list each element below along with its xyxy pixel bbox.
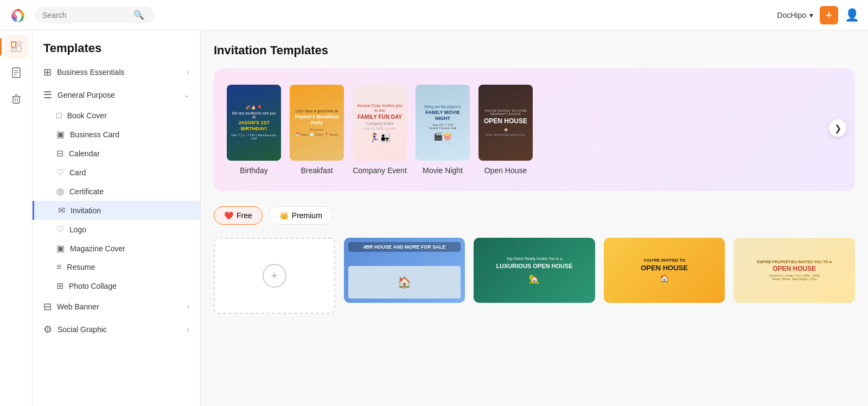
company-event-label: Company Event	[353, 166, 407, 175]
sidebar-item-invitation[interactable]: ✉ Invitation	[33, 201, 200, 220]
chevron-right-icon: ›	[187, 68, 189, 76]
sidebar-item-web-banner[interactable]: ⊟ Web Banner ›	[33, 295, 200, 318]
template-card-house-4[interactable]: EMPIRE PROPERTIES INVITES YOU TO A OPEN …	[733, 238, 855, 303]
movie-night-label: Movie Night	[416, 166, 470, 175]
filter-bar: ❤️ Free 👑 Premium	[214, 206, 855, 225]
sidebar-label-business-essentials: Business Essentials	[57, 68, 125, 77]
featured-cards-container: 🎉 🎂 🎈 We are excited to see you at JASON…	[227, 85, 842, 175]
filter-free-button[interactable]: ❤️ Free	[214, 206, 263, 225]
sidebar-label-general-purpose: General Purpose	[58, 91, 115, 99]
social-graphic-arrow-icon: ›	[187, 326, 189, 333]
invitation-icon: ✉	[58, 205, 65, 215]
calendar-icon: ⊟	[56, 148, 63, 158]
web-banner-arrow-icon: ›	[187, 303, 189, 310]
nav-templates[interactable]	[4, 35, 28, 59]
template-card-house-3[interactable]: YOU'RE INVITED TO OPEN HOUSE 🏠	[604, 238, 725, 303]
user-icon[interactable]: 👤	[845, 8, 859, 22]
logo-icon: ♡	[56, 224, 64, 234]
heart-icon: ❤️	[224, 211, 233, 220]
featured-card-company-event[interactable]: Aurora Corp invites you to the FAMILY FU…	[353, 85, 407, 175]
resume-icon: ≡	[56, 262, 61, 272]
birthday-label: Birthday	[227, 166, 281, 175]
sidebar-item-business-essentials[interactable]: ⊞ Business Essentials ›	[33, 61, 200, 84]
card-icon: ♡	[56, 167, 64, 177]
svg-rect-3	[17, 46, 21, 52]
sidebar-item-logo[interactable]: ♡ Logo	[33, 220, 200, 239]
featured-card-open-house[interactable]: YOU'RE INVITED TO A FINE PROPERTY ESTATE…	[478, 85, 533, 175]
photo-collage-icon: ⊞	[56, 281, 63, 291]
chevron-down-icon: ⌄	[184, 91, 189, 99]
featured-banner: 🎉 🎂 🎈 We are excited to see you at JASON…	[214, 68, 855, 191]
business-essentials-icon: ⊞	[43, 66, 52, 78]
filter-premium-button[interactable]: 👑 Premium	[269, 206, 333, 225]
featured-card-birthday[interactable]: 🎉 🎂 🎈 We are excited to see you at JASON…	[227, 85, 281, 175]
topbar-left: 🔍	[9, 5, 154, 25]
main-content: Invitation Templates 🎉 🎂 🎈 We are excite…	[201, 30, 868, 406]
sidebar-item-calendar[interactable]: ⊟ Calendar	[33, 144, 200, 163]
certificate-icon: ◎	[56, 186, 64, 196]
icon-nav	[0, 30, 33, 406]
open-house-label: Open House	[478, 166, 533, 175]
sidebar-item-magazine-cover[interactable]: ▣ Magazine Cover	[33, 239, 200, 258]
dochipo-logo-icon[interactable]	[9, 5, 28, 25]
template-card-house-1[interactable]: 4BR HOUSE AND MORE FOR SALE 🏠	[344, 238, 465, 303]
svg-rect-4	[11, 49, 16, 52]
nav-documents[interactable]	[4, 61, 28, 85]
breakfast-label: Breakfast	[290, 166, 344, 175]
add-icon: +	[263, 264, 286, 288]
web-banner-icon: ⊟	[43, 301, 52, 313]
template-grid: + 4BR HOUSE AND MORE FOR SALE 🏠 Top-Notc…	[214, 238, 855, 314]
svg-rect-2	[17, 42, 21, 45]
search-icon: 🔍	[133, 10, 144, 20]
magazine-cover-icon: ▣	[56, 243, 65, 253]
sidebar-title: Templates	[33, 30, 200, 61]
topbar: 🔍 DocHipo ▾ + 👤	[0, 0, 868, 30]
sidebar-item-social-graphic[interactable]: ⚙ Social Graphic ›	[33, 318, 200, 341]
sidebar: Templates ⊞ Business Essentials › ☰ Gene…	[33, 30, 201, 406]
banner-next-button[interactable]: ❯	[829, 119, 846, 137]
general-purpose-icon: ☰	[43, 89, 52, 101]
social-graphic-icon: ⚙	[43, 323, 52, 335]
business-card-icon: ▣	[56, 129, 65, 139]
sidebar-item-photo-collage[interactable]: ⊞ Photo Collage	[33, 276, 200, 295]
page-title: Invitation Templates	[214, 43, 855, 58]
dochipo-brand-button[interactable]: DocHipo ▾	[777, 11, 813, 20]
sidebar-item-general-purpose[interactable]: ☰ General Purpose ⌄	[33, 84, 200, 106]
template-card-house-2[interactable]: Top-Notch Realty Invites You to a LUXURI…	[474, 238, 595, 303]
search-box[interactable]: 🔍	[35, 7, 154, 23]
brand-name: DocHipo	[777, 11, 806, 20]
topbar-right: DocHipo ▾ + 👤	[777, 6, 859, 24]
featured-card-movie-night[interactable]: Bring out the popcorn FAMILY MOVIE NIGHT…	[416, 85, 470, 175]
sidebar-item-business-card[interactable]: ▣ Business Card	[33, 125, 200, 144]
sidebar-item-card[interactable]: ♡ Card	[33, 163, 200, 182]
brand-chevron-icon: ▾	[809, 11, 813, 20]
sidebar-item-book-cover[interactable]: □ Book Cover	[33, 106, 200, 125]
search-input[interactable]	[42, 11, 129, 20]
featured-card-breakfast[interactable]: Let's have a good time at Peyton's Break…	[290, 85, 344, 175]
svg-rect-1	[11, 42, 16, 47]
add-new-template-button[interactable]: +	[214, 238, 335, 314]
sidebar-item-certificate[interactable]: ◎ Certificate	[33, 182, 200, 201]
book-cover-icon: □	[56, 111, 62, 120]
crown-icon: 👑	[279, 211, 289, 220]
svg-rect-9	[13, 97, 20, 103]
nav-trash[interactable]	[4, 87, 28, 111]
add-button[interactable]: +	[820, 6, 838, 24]
svg-point-0	[9, 5, 28, 25]
sidebar-item-resume[interactable]: ≡ Resume	[33, 258, 200, 276]
